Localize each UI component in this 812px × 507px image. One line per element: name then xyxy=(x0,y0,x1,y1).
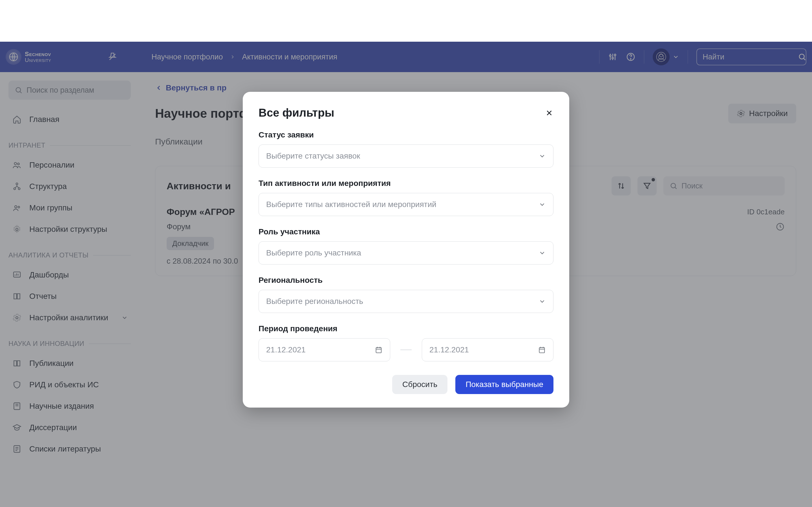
close-button[interactable] xyxy=(545,109,553,117)
reset-button[interactable]: Сбросить xyxy=(392,375,448,394)
filters-modal: Все фильтры Статус заявки Выберите стату… xyxy=(243,92,569,407)
region-select[interactable]: Выберите региональность xyxy=(259,290,553,313)
svg-rect-39 xyxy=(376,348,382,353)
date-range-dash xyxy=(400,349,412,350)
select-placeholder: Выберите региональность xyxy=(266,297,363,306)
field-label-period: Период проведения xyxy=(259,324,553,333)
modal-title: Все фильтры xyxy=(259,107,335,119)
calendar-icon xyxy=(375,346,383,354)
calendar-icon xyxy=(538,346,546,354)
field-label-type: Тип активности или мероприятия xyxy=(259,179,553,188)
chevron-down-icon xyxy=(539,298,546,305)
role-select[interactable]: Выберите роль участника xyxy=(259,241,553,265)
select-placeholder: Выберите статусы заявок xyxy=(266,152,360,161)
period-to-input[interactable]: 21.12.2021 xyxy=(422,338,553,361)
field-label-role: Роль участника xyxy=(259,227,553,236)
type-select[interactable]: Выберите типы активностей или мероприяти… xyxy=(259,193,553,216)
field-label-status: Статус заявки xyxy=(259,130,553,139)
period-from-input[interactable]: 21.12.2021 xyxy=(259,338,390,361)
select-placeholder: Выберите роль участника xyxy=(266,248,361,258)
select-placeholder: Выберите типы активностей или мероприяти… xyxy=(266,200,437,209)
chevron-down-icon xyxy=(539,249,546,257)
apply-button[interactable]: Показать выбранные xyxy=(455,375,553,394)
chevron-down-icon xyxy=(539,152,546,160)
status-select[interactable]: Выберите статусы заявок xyxy=(259,145,553,168)
field-label-region: Региональность xyxy=(259,276,553,285)
svg-rect-43 xyxy=(539,348,545,353)
date-placeholder: 21.12.2021 xyxy=(429,345,469,354)
chevron-down-icon xyxy=(539,201,546,208)
date-placeholder: 21.12.2021 xyxy=(266,345,306,354)
